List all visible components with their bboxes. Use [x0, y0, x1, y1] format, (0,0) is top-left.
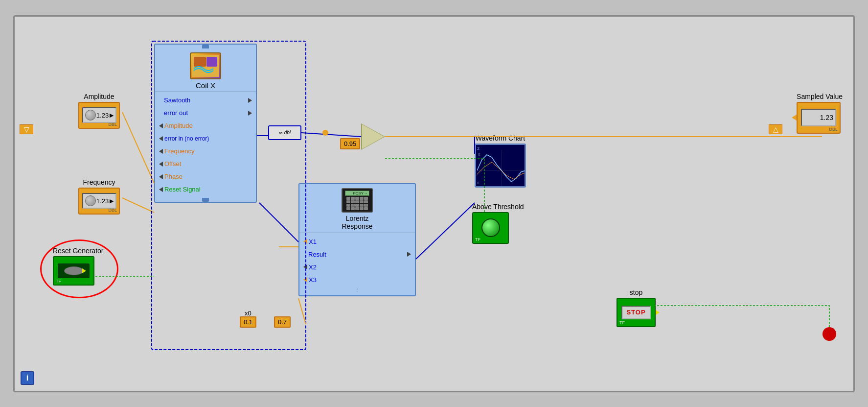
- above-threshold-type: TF: [475, 237, 480, 242]
- above-threshold-led: [481, 218, 500, 237]
- amplitude-knob[interactable]: [85, 110, 96, 120]
- svg-line-7: [122, 112, 154, 183]
- right-edge-arrow: △: [769, 124, 782, 134]
- reset-type: TF: [56, 279, 61, 284]
- frequency-control[interactable]: 1.23 ▶ DBL: [78, 188, 120, 215]
- svg-point-17: [822, 327, 836, 341]
- coil-x-block[interactable]: Coil X Sawtooth error out Amplitude erro…: [154, 44, 257, 203]
- info-button[interactable]: i: [21, 371, 34, 385]
- svg-line-18: [259, 203, 298, 242]
- sampled-value-display[interactable]: 1.23 DBL: [797, 102, 841, 134]
- stop-type: TF: [619, 320, 625, 325]
- coil-x-ports: Sawtooth error out Amplitude error in (n…: [155, 92, 256, 198]
- dbl-abs-box: ∞ dbl: [268, 125, 301, 140]
- x0-value2-box[interactable]: 0.7: [274, 316, 291, 328]
- gain-triangle: [362, 124, 384, 149]
- port-reset-signal: Reset Signal: [155, 183, 256, 196]
- above-threshold-label: Above Threshold: [472, 203, 524, 211]
- svg-line-15: [298, 298, 306, 324]
- coil-x-icon: [190, 52, 221, 79]
- lorentz-calc-icon: FCSY→: [342, 188, 373, 213]
- frequency-block: Frequency 1.23 ▶ DBL: [78, 178, 120, 215]
- coil-x-title: Coil X: [196, 81, 215, 90]
- svg-point-11: [322, 130, 328, 136]
- wires-overlay: [15, 17, 853, 391]
- x0-value-box[interactable]: 0.1: [240, 316, 256, 328]
- svg-line-14: [416, 203, 475, 259]
- svg-text:0: 0: [478, 152, 480, 157]
- reset-oval: [64, 266, 84, 275]
- amplitude-block: Amplitude 1.23 ▶ DBL: [78, 93, 120, 129]
- amplitude-value: 1.23: [96, 112, 109, 119]
- port-phase-in: Phase: [155, 170, 256, 183]
- svg-rect-2: [206, 57, 217, 67]
- x0-label: x0: [245, 310, 251, 317]
- waveform-chart-label: Waveform Chart: [475, 134, 526, 142]
- port-sawtooth: Sawtooth: [155, 94, 256, 107]
- reset-generator-label: Reset Generator: [53, 247, 104, 255]
- above-threshold-block: Above Threshold TF: [472, 203, 524, 244]
- waveform-chart-block: Waveform Chart 2 0 t 0: [475, 134, 526, 188]
- svg-text:t: t: [516, 187, 518, 188]
- port-x3: X3: [299, 273, 415, 286]
- left-edge-arrow: ▽: [20, 124, 33, 134]
- lorentz-header: FCSY→ LorentzResponse: [299, 184, 415, 233]
- sampled-value-text: 1.23: [820, 114, 833, 121]
- port-error-in: error in (no error): [155, 132, 256, 145]
- main-diagram: i ▽ Amplitude 1.23 ▶ DBL Frequency 1.23 …: [13, 15, 855, 392]
- stop-block: stop STOP TF: [617, 288, 656, 327]
- amplitude-label: Amplitude: [78, 93, 120, 100]
- sampled-value-type: DBL: [829, 127, 838, 132]
- frequency-value: 1.23: [96, 197, 109, 205]
- above-threshold-indicator[interactable]: TF: [472, 212, 509, 244]
- lorentz-ports: X1 Result X2 X3 ⋮: [299, 233, 415, 295]
- reset-generator-block: Reset Generator TF: [53, 247, 104, 286]
- port-x1: X1: [299, 235, 415, 248]
- stop-arrow: [656, 310, 660, 315]
- lorentz-title: LorentzResponse: [342, 215, 372, 231]
- coil-x-header: Coil X: [155, 48, 256, 92]
- frequency-label: Frequency: [78, 178, 120, 186]
- sampled-value-arrow: [792, 115, 797, 120]
- port-amplitude-in: Amplitude: [155, 120, 256, 132]
- frequency-type: DBL: [108, 208, 117, 213]
- stop-label: stop: [617, 288, 656, 296]
- reset-generator-control[interactable]: TF: [53, 256, 94, 286]
- stop-text: STOP: [626, 309, 645, 316]
- port-offset-in: Offset: [155, 158, 256, 170]
- waveform-chart-display[interactable]: 2 0 t 0: [475, 144, 526, 188]
- svg-rect-1: [194, 57, 206, 67]
- svg-line-8: [122, 198, 154, 213]
- frequency-knob[interactable]: [85, 195, 96, 206]
- lorentz-response-block[interactable]: FCSY→ LorentzResponse X1 Result: [298, 183, 416, 297]
- port-frequency-in: Frequency: [155, 145, 256, 158]
- port-result: Result: [299, 248, 415, 261]
- sampled-value-label: Sampled Value: [797, 93, 843, 100]
- port-error-out: error out: [155, 107, 256, 120]
- port-x2: X2: [299, 261, 415, 273]
- svg-line-10: [301, 133, 361, 137]
- gain-value-box[interactable]: 0.95: [340, 138, 360, 149]
- sampled-value-block: Sampled Value 1.23 DBL: [797, 93, 843, 134]
- stop-button[interactable]: STOP TF: [617, 298, 656, 327]
- amplitude-type: DBL: [108, 122, 117, 127]
- amplitude-control[interactable]: 1.23 ▶ DBL: [78, 102, 120, 129]
